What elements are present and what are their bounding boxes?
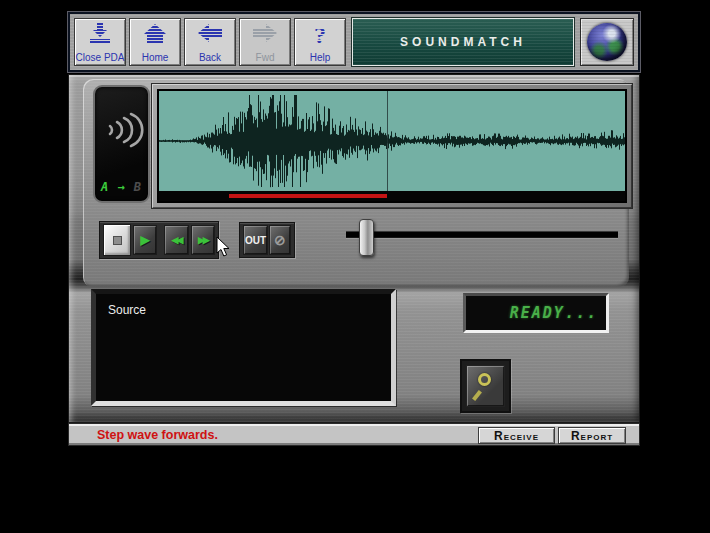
lcd-readout: READY... <box>463 293 609 333</box>
rewind-icon: ◀◀ <box>172 235 182 245</box>
back-arrow-icon <box>197 23 223 47</box>
status-bar: Step wave forwards. Receive Report <box>68 423 640 446</box>
main-panel: A → B <box>68 74 640 423</box>
globe-button[interactable] <box>580 18 634 66</box>
transport-bezel: ▶ ◀◀ ▶▶ <box>99 221 219 259</box>
out-bezel: OUT ⊘ <box>239 222 295 258</box>
forward-arrow-icon <box>252 23 278 47</box>
close-pda-button[interactable]: Close PDA <box>74 18 126 66</box>
app-title: SOUNDMATCH <box>400 35 526 49</box>
selection-progress-bar <box>229 194 387 198</box>
play-button[interactable]: ▶ <box>133 225 157 255</box>
stop-button[interactable] <box>103 224 131 256</box>
toolbar-button-label: Help <box>310 52 331 63</box>
position-slider-handle[interactable] <box>359 219 374 256</box>
source-screen: Source <box>91 289 396 406</box>
waveform-display <box>159 91 625 201</box>
help-button[interactable]: ? Help <box>294 18 346 66</box>
help-icon: ? <box>309 23 331 51</box>
receive-button-label: Receive <box>494 429 539 443</box>
magnifier-bezel <box>460 359 511 413</box>
playhead-cursor <box>387 91 388 201</box>
speaker-box: A → B <box>93 85 150 203</box>
toolbar-button-label: Fwd <box>256 52 275 63</box>
ab-marker: A → B <box>95 180 148 194</box>
receive-button[interactable]: Receive <box>478 427 555 444</box>
waveform-screen-inner <box>157 89 627 203</box>
timeline-strip <box>159 191 625 201</box>
stop-icon <box>113 236 122 245</box>
soundmatch-app: Close PDA Home Back Fwd <box>68 12 640 446</box>
forward-button[interactable]: Fwd <box>239 18 291 66</box>
status-message: Step wave forwards. <box>97 428 218 442</box>
home-icon <box>142 23 168 49</box>
source-label: Source <box>108 303 146 317</box>
arrow-right-icon: → <box>117 180 125 194</box>
play-icon: ▶ <box>141 233 150 247</box>
magnifier-button[interactable] <box>466 365 505 407</box>
step-forward-button[interactable]: ▶▶ <box>191 225 215 255</box>
globe-icon <box>587 23 627 61</box>
report-button-label: Report <box>571 429 613 443</box>
speaker-waves-icon <box>103 103 145 159</box>
mute-icon: ⊘ <box>274 232 286 248</box>
toolbar-button-label: Close PDA <box>76 52 125 63</box>
waveform-screen-frame <box>151 83 633 209</box>
lcd-text: READY... <box>510 304 598 322</box>
mute-button[interactable]: ⊘ <box>269 225 291 255</box>
marker-b-label: B <box>134 180 142 194</box>
toolbar: Close PDA Home Back Fwd <box>68 12 640 72</box>
svg-text:?: ? <box>314 23 326 47</box>
waveform-trace <box>159 91 625 191</box>
step-back-button[interactable]: ◀◀ <box>164 225 188 255</box>
report-button[interactable]: Report <box>558 427 626 444</box>
toolbar-button-label: Back <box>199 52 221 63</box>
toolbar-button-label: Home <box>142 52 169 63</box>
back-button[interactable]: Back <box>184 18 236 66</box>
out-button[interactable]: OUT <box>243 225 268 255</box>
close-pda-icon <box>87 23 113 49</box>
position-slider-track[interactable] <box>346 231 618 239</box>
app-title-bar: SOUNDMATCH <box>352 18 574 66</box>
out-button-label: OUT <box>245 235 266 246</box>
fast-forward-icon: ▶▶ <box>198 235 208 245</box>
marker-a-label: A <box>101 180 109 194</box>
home-button[interactable]: Home <box>129 18 181 66</box>
